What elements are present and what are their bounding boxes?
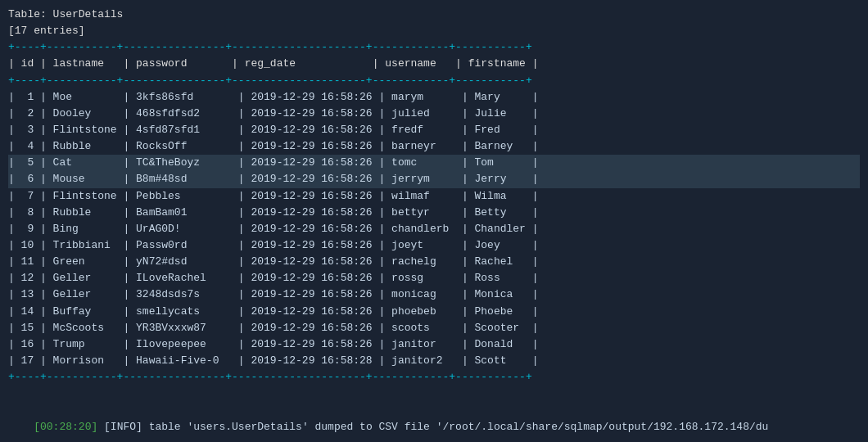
table-row: | 15 | McScoots | YR3BVxxxw87 | 2019-12-… xyxy=(8,320,860,336)
table-row: | 8 | Rubble | BamBam01 | 2019-12-29 16:… xyxy=(8,205,860,221)
log-line-1: [00:28:20] [INFO] table 'users.UserDetai… xyxy=(8,402,860,442)
table-row: | 2 | Dooley | 468sfdfsd2 | 2019-12-29 1… xyxy=(8,106,860,122)
entry-count: [17 entries] xyxy=(8,23,860,39)
table-title: Table: UserDetails xyxy=(8,7,860,23)
table-row: | 9 | Bing | UrAG0D! | 2019-12-29 16:58:… xyxy=(8,221,860,237)
table-row: | 7 | Flintstone | Pebbles | 2019-12-29 … xyxy=(8,188,860,205)
terminal-window: Table: UserDetails [17 entries] +----+--… xyxy=(8,7,860,442)
table-header: | id | lastname | password | reg_date | … xyxy=(8,56,860,72)
separator-top: +----+-----------+----------------+-----… xyxy=(8,39,860,56)
table-row: | 4 | Rubble | RocksOff | 2019-12-29 16:… xyxy=(8,138,860,155)
table-row: | 17 | Morrison | Hawaii-Five-0 | 2019-1… xyxy=(8,353,860,369)
table-row: | 10 | Tribbiani | Passw0rd | 2019-12-29… xyxy=(8,237,860,254)
table-row: | 12 | Geller | ILoveRachel | 2019-12-29… xyxy=(8,270,860,286)
table-row: | 3 | Flintstone | 4sfd87sfd1 | 2019-12-… xyxy=(8,122,860,138)
table-row: | 1 | Moe | 3kfs86sfd | 2019-12-29 16:58… xyxy=(8,89,860,106)
log1-message: table 'users.UserDetails' dumped to CSV … xyxy=(142,421,769,433)
table-body: | 1 | Moe | 3kfs86sfd | 2019-12-29 16:58… xyxy=(8,89,860,369)
separator-mid: +----+-----------+----------------+-----… xyxy=(8,73,860,89)
table-row: | 16 | Trump | Ilovepeepee | 2019-12-29 … xyxy=(8,336,860,353)
separator-bot: +----+-----------+----------------+-----… xyxy=(8,369,860,386)
log1-timestamp: [00:28:20] xyxy=(34,421,97,433)
table-row: | 6 | Mouse | B8m#48sd | 2019-12-29 16:5… xyxy=(8,171,860,187)
empty-line xyxy=(8,386,860,402)
log1-tag: [INFO] xyxy=(97,421,142,433)
table-row: | 11 | Green | yN72#dsd | 2019-12-29 16:… xyxy=(8,254,860,270)
table-row: | 13 | Geller | 3248dsds7s | 2019-12-29 … xyxy=(8,286,860,303)
table-row: | 5 | Cat | TC&TheBoyz | 2019-12-29 16:5… xyxy=(8,155,860,171)
table-row: | 14 | Buffay | smellycats | 2019-12-29 … xyxy=(8,304,860,320)
